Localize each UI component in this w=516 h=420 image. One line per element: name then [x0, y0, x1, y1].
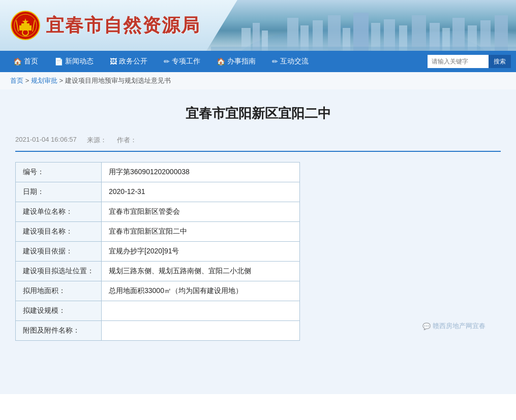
nav-home[interactable]: 🏠 首页	[5, 51, 46, 72]
table-row: 编号：用字第360901202000038	[16, 163, 300, 182]
svg-rect-13	[384, 19, 395, 51]
table-label: 建设项目依据：	[16, 242, 102, 262]
svg-rect-18	[452, 18, 465, 51]
table-row: 建设单位名称：宜春市宜阳新区管委会	[16, 202, 300, 222]
table-label: 附图及附件名称：	[16, 321, 102, 341]
table-value: 2020-12-31	[102, 182, 300, 202]
search-area: 搜索	[428, 55, 511, 68]
svg-rect-21	[495, 15, 508, 51]
nav-special-label: 专项工作	[172, 57, 200, 66]
site-title: 宜春市自然资源局	[46, 13, 200, 38]
table-value: 总用地面积33000㎡（均为国有建设用地）	[102, 281, 300, 301]
table-row: 建设项目拟选址位置：规划三路东侧、规划五路南侧、宜阳二小北侧	[16, 262, 300, 281]
watermark: 💬 赣西房地产网宜春	[422, 321, 485, 331]
search-button[interactable]: 搜索	[489, 55, 511, 68]
svg-rect-4	[253, 23, 260, 51]
svg-rect-22	[211, 47, 516, 51]
politics-icon: 🖼	[110, 57, 117, 66]
article-source: 来源：	[87, 136, 107, 145]
nav-politics-label: 政务公开	[119, 57, 147, 66]
nav-interact[interactable]: ✏ 互动交流	[264, 51, 317, 72]
breadcrumb-home[interactable]: 首页	[10, 77, 23, 84]
table-row: 拟用地面积：总用地面积33000㎡（均为国有建设用地）	[16, 281, 300, 301]
nav-guide-label: 办事指南	[227, 57, 256, 66]
article-meta: 2021-01-04 16:06:57 来源： 作者：	[15, 136, 501, 145]
svg-rect-6	[287, 18, 298, 51]
svg-rect-9	[328, 15, 341, 51]
breadcrumb-current: 建设项目用地预审与规划选址意见书	[65, 77, 171, 84]
table-value: 规划三路东侧、规划五路南侧、宜阳二小北侧	[102, 262, 300, 281]
nav-politics[interactable]: 🖼 政务公开	[102, 51, 156, 72]
news-icon: 📄	[54, 57, 63, 66]
breadcrumb-sep1: >	[25, 77, 31, 84]
article-divider	[15, 151, 501, 152]
search-input[interactable]	[428, 55, 489, 68]
nav-guide[interactable]: 🏠 办事指南	[208, 51, 264, 72]
data-table: 编号：用字第360901202000038日期：2020-12-31建设单位名称…	[15, 162, 300, 341]
home-icon: 🏠	[13, 57, 22, 66]
nav-news[interactable]: 📄 新闻动态	[46, 51, 102, 72]
interact-icon: ✏	[272, 57, 278, 66]
table-label: 日期：	[16, 182, 102, 202]
main-content: 宜春市宜阳新区宜阳二中 2021-01-04 16:06:57 来源： 作者： …	[0, 89, 516, 394]
table-value	[102, 301, 300, 321]
table-row: 拟建设规模：	[16, 301, 300, 321]
table-label: 建设单位名称：	[16, 202, 102, 222]
watermark-icon: 💬	[422, 322, 431, 330]
table-value: 宜春市宜阳新区宜阳二中	[102, 222, 300, 242]
special-icon: ✏	[164, 57, 170, 66]
guide-icon: 🏠	[217, 57, 225, 66]
watermark-text: 赣西房地产网宜春	[433, 321, 485, 331]
breadcrumb-planning[interactable]: 规划审批	[31, 77, 57, 84]
nav-interact-label: 互动交流	[280, 57, 309, 66]
cityscape-decoration	[206, 0, 516, 51]
table-label: 建设项目名称：	[16, 222, 102, 242]
table-value: 宜规办抄字[2020]91号	[102, 242, 300, 262]
table-value	[102, 321, 300, 341]
table-label: 建设项目拟选址位置：	[16, 262, 102, 281]
table-label: 拟用地面积：	[16, 281, 102, 301]
nav-news-label: 新闻动态	[65, 57, 94, 66]
svg-rect-11	[353, 13, 369, 51]
svg-rect-20	[480, 20, 491, 51]
svg-rect-26	[21, 23, 29, 26]
page-header: 宜春市自然资源局	[0, 0, 516, 51]
article-date: 2021-01-04 16:06:57	[15, 136, 77, 145]
article-title: 宜春市宜阳新区宜阳二中	[15, 100, 501, 127]
nav-home-label: 首页	[24, 57, 38, 66]
nav-special[interactable]: ✏ 专项工作	[156, 51, 208, 72]
svg-rect-15	[412, 15, 426, 51]
table-value: 宜春市宜阳新区管委会	[102, 202, 300, 222]
breadcrumb: 首页 > 规划审批 > 建设项目用地预审与规划选址意见书	[0, 72, 516, 89]
table-row: 附图及附件名称：	[16, 321, 300, 341]
svg-rect-16	[430, 23, 440, 51]
table-row: 建设项目名称：宜春市宜阳新区宜阳二中	[16, 222, 300, 242]
navigation-bar: 🏠 首页 📄 新闻动态 🖼 政务公开 ✏ 专项工作 🏠 办事指南 ✏ 互动交流 …	[0, 51, 516, 72]
table-row: 建设项目依据：宜规办抄字[2020]91号	[16, 242, 300, 262]
svg-rect-8	[313, 20, 323, 51]
article-author: 作者：	[117, 136, 137, 145]
table-row: 日期：2020-12-31	[16, 182, 300, 202]
table-label: 拟建设规模：	[16, 301, 102, 321]
table-value: 用字第360901202000038	[102, 163, 300, 182]
breadcrumb-sep2: >	[59, 77, 65, 84]
svg-rect-12	[371, 23, 380, 51]
watermark-area: 编号：用字第360901202000038日期：2020-12-31建设单位名称…	[15, 162, 501, 341]
logo-area: 宜春市自然资源局	[10, 10, 200, 41]
national-emblem	[10, 10, 41, 41]
table-label: 编号：	[16, 163, 102, 182]
